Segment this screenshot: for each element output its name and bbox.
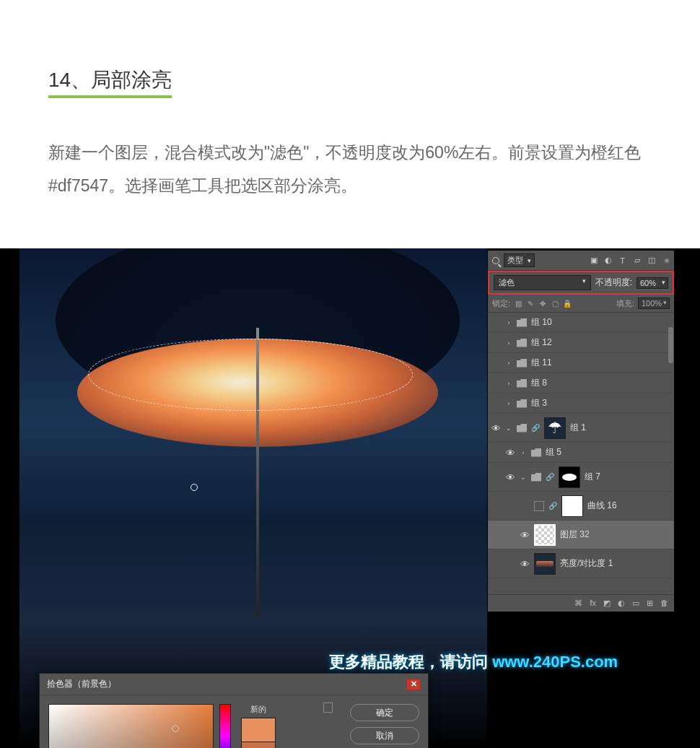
link-layers-icon[interactable]: ⌘ xyxy=(574,599,582,608)
search-icon xyxy=(492,257,499,264)
folder-icon xyxy=(517,339,527,347)
ok-button[interactable]: 确定 xyxy=(350,704,419,721)
filter-toggle[interactable] xyxy=(664,258,670,264)
new-group-icon[interactable]: ▭ xyxy=(632,599,639,608)
layer-item[interactable]: 🔗曲线 16 xyxy=(488,492,674,521)
blend-opacity-row: 滤色 不透明度: 60% xyxy=(488,271,674,295)
mask-icon[interactable]: ◩ xyxy=(603,599,611,608)
scrollbar[interactable] xyxy=(668,327,673,363)
fill-input[interactable]: 100% xyxy=(638,297,670,309)
visibility-toggle[interactable] xyxy=(491,378,501,388)
folder-icon xyxy=(517,359,527,368)
visibility-toggle[interactable]: 👁 xyxy=(505,448,515,458)
visibility-toggle[interactable] xyxy=(491,358,501,368)
opacity-label: 不透明度: xyxy=(595,277,632,289)
lock-all-icon[interactable]: 🔒 xyxy=(563,299,572,308)
filter-smart-icon[interactable]: ◫ xyxy=(647,256,656,265)
current-color-swatch[interactable] xyxy=(241,742,276,748)
visibility-toggle[interactable] xyxy=(491,318,501,328)
mask-thumbnail[interactable] xyxy=(561,495,583,517)
layer-item-selected[interactable]: 👁图层 32 xyxy=(488,521,674,549)
lock-pixels-icon[interactable]: ✎ xyxy=(526,299,535,308)
adjustment-icon xyxy=(534,501,544,511)
link-icon: 🔗 xyxy=(531,424,540,432)
opacity-input[interactable]: 60% xyxy=(636,277,668,289)
mask-thumbnail[interactable]: ☂ xyxy=(544,417,566,439)
visibility-toggle[interactable]: 👁 xyxy=(520,559,530,569)
cube-icon[interactable] xyxy=(323,703,333,713)
color-cursor[interactable] xyxy=(172,725,179,732)
layer-item[interactable]: ›组 8 xyxy=(488,373,674,393)
visibility-toggle[interactable] xyxy=(491,399,501,409)
filter-type-select[interactable]: 类型 xyxy=(504,253,535,267)
filter-adjust-icon[interactable]: ◐ xyxy=(603,256,613,265)
filter-pixel-icon[interactable]: ▣ xyxy=(589,256,598,265)
layers-filter-row: 类型 ▣ ◐ T ▱ ◫ xyxy=(488,251,674,271)
lock-transparent-icon[interactable]: ▨ xyxy=(514,299,522,308)
folder-icon xyxy=(531,473,541,482)
color-picker-dialog: 拾色器（前景色） ✕ 新的 当前 确定 取消 添加到色板 颜色库 xyxy=(39,673,429,748)
layer-item[interactable]: ›组 12 xyxy=(488,333,674,353)
lock-fill-row: 锁定: ▨ ✎ ✥ ▢ 🔒 填充: 100% xyxy=(488,295,674,313)
cancel-button[interactable]: 取消 xyxy=(350,727,419,744)
folder-icon xyxy=(517,424,527,432)
layer-item[interactable]: 👁⌄🔗组 7 xyxy=(488,463,674,492)
new-layer-icon[interactable]: ⊞ xyxy=(647,599,653,608)
folder-icon xyxy=(517,379,527,388)
lock-artboard-icon[interactable]: ▢ xyxy=(551,299,559,308)
delete-layer-icon[interactable]: 🗑 xyxy=(660,599,668,608)
adjustment-layer-icon[interactable]: ◐ xyxy=(618,599,625,608)
folder-icon xyxy=(517,399,527,408)
link-icon: 🔗 xyxy=(548,502,557,510)
folder-icon xyxy=(517,318,527,327)
marquee-selection xyxy=(88,339,413,411)
color-sample-indicator xyxy=(191,484,198,491)
dialog-titlebar[interactable]: 拾色器（前景色） ✕ xyxy=(40,674,428,695)
link-icon: 🔗 xyxy=(546,473,554,481)
hue-slider[interactable] xyxy=(219,704,231,748)
blend-mode-select[interactable]: 滤色 xyxy=(494,275,591,290)
filter-text-icon[interactable]: T xyxy=(618,256,627,265)
layer-item[interactable]: 👁›组 5 xyxy=(488,443,674,463)
tutorial-body-text: 新建一个图层，混合模式改为"滤色"，不透明度改为60%左右。前景设置为橙红色#d… xyxy=(48,136,649,202)
lock-position-icon[interactable]: ✥ xyxy=(538,299,547,308)
layer-list[interactable]: ›组 10 ›组 12 ›组 11 ›组 8 ›组 3 👁⌄🔗☂组 1 👁›组 … xyxy=(488,313,674,578)
saturation-brightness-field[interactable] xyxy=(48,704,214,748)
layers-panel: 类型 ▣ ◐ T ▱ ◫ 滤色 不透明度: 60% 锁定: ▨ ✎ ✥ ▢ 🔒 … xyxy=(488,251,674,612)
layer-item[interactable]: 👁⌄🔗☂组 1 xyxy=(488,414,674,443)
visibility-toggle[interactable]: 👁 xyxy=(505,472,515,482)
close-button[interactable]: ✕ xyxy=(406,679,421,690)
photoshop-screenshot: 拾色器（前景色） ✕ 新的 当前 确定 取消 添加到色板 颜色库 xyxy=(0,248,700,748)
layer-thumbnail[interactable] xyxy=(534,524,556,546)
new-color-swatch xyxy=(241,718,276,742)
filter-shape-icon[interactable]: ▱ xyxy=(632,256,642,265)
visibility-toggle[interactable]: 👁 xyxy=(520,530,530,540)
visibility-toggle[interactable] xyxy=(520,501,530,511)
layer-thumbnail[interactable] xyxy=(534,553,556,575)
visibility-toggle[interactable]: 👁 xyxy=(491,423,501,433)
layer-item[interactable]: ›组 3 xyxy=(488,393,674,414)
tutorial-step-heading: 14、局部涂亮 xyxy=(48,66,172,98)
folder-icon xyxy=(531,448,541,457)
visibility-toggle[interactable] xyxy=(491,338,501,348)
new-color-label: 新的 xyxy=(250,704,266,715)
layer-item[interactable]: ›组 11 xyxy=(488,353,674,373)
fx-icon[interactable]: fx xyxy=(590,599,596,608)
layers-footer: ⌘ fx ◩ ◐ ▭ ⊞ 🗑 xyxy=(488,594,674,612)
mask-thumbnail[interactable] xyxy=(559,466,580,488)
watermark: 更多精品教程，请访问 www.240PS.com xyxy=(329,651,618,673)
dialog-title: 拾色器（前景色） xyxy=(47,678,116,690)
layer-item[interactable]: 👁亮度/对比度 1 xyxy=(488,549,674,578)
disclosure-triangle[interactable]: › xyxy=(505,319,512,326)
layer-item[interactable]: ›组 10 xyxy=(488,313,674,333)
